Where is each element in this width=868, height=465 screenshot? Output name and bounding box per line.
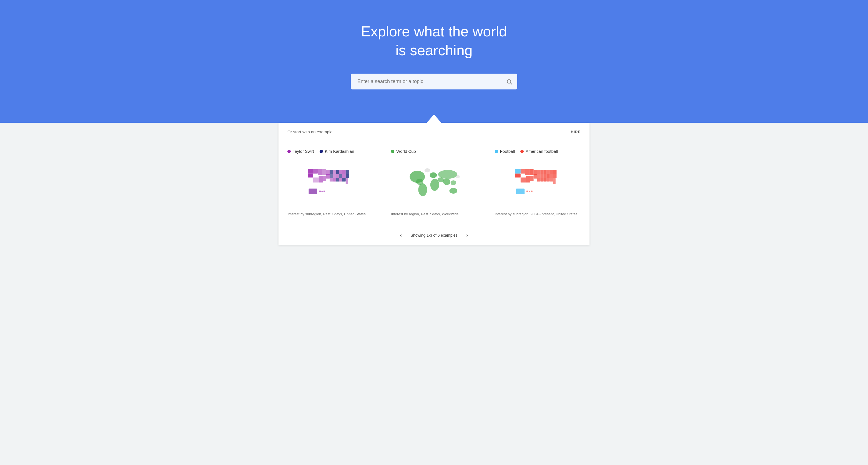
svg-rect-32 (321, 191, 323, 192)
pagination: ‹ Showing 1-3 of 6 examples › (279, 225, 589, 245)
svg-point-41 (443, 179, 451, 185)
svg-rect-28 (342, 178, 346, 182)
dot-navy-icon (319, 150, 323, 153)
svg-rect-52 (537, 170, 541, 174)
svg-rect-70 (544, 178, 547, 182)
svg-rect-64 (544, 174, 547, 178)
svg-rect-3 (313, 169, 318, 174)
card-caption-2: Interest by region, Past 7 days, Worldwi… (391, 212, 476, 216)
pagination-text: Showing 1-3 of 6 examples (411, 233, 458, 237)
svg-rect-60 (530, 176, 534, 181)
dot-green-icon (391, 150, 394, 153)
tag-taylor-swift: Taylor Swift (287, 149, 314, 154)
tag-football: Football (495, 149, 515, 154)
svg-rect-16 (323, 176, 326, 181)
card-tags-1: Taylor Swift Kim Kardashian (287, 149, 373, 154)
svg-rect-55 (547, 170, 550, 174)
svg-rect-54 (544, 170, 547, 174)
example-card-3[interactable]: Football American football (486, 141, 589, 225)
svg-rect-8 (330, 170, 333, 174)
svg-rect-19 (333, 174, 336, 178)
card-caption-3: Interest by subregion, 2004 - present, U… (495, 212, 581, 216)
svg-rect-2 (308, 169, 313, 174)
examples-header: Or start with an example HIDE (279, 123, 589, 141)
svg-rect-10 (336, 170, 339, 174)
hide-button[interactable]: HIDE (571, 130, 581, 134)
search-icon[interactable] (506, 79, 512, 85)
tag-american-football: American football (520, 149, 558, 154)
card-tags-2: World Cup (391, 149, 476, 154)
card-caption-1: Interest by subregion, Past 7 days, Unit… (287, 212, 373, 216)
svg-rect-76 (529, 191, 530, 192)
svg-rect-65 (547, 174, 550, 178)
svg-rect-9 (333, 170, 336, 174)
pagination-next-button[interactable]: › (464, 231, 470, 239)
svg-rect-23 (346, 174, 349, 178)
svg-rect-69 (540, 178, 544, 182)
svg-rect-5 (318, 169, 322, 175)
svg-rect-30 (309, 188, 317, 194)
svg-rect-71 (547, 178, 550, 182)
svg-rect-31 (319, 191, 321, 192)
example-card-2[interactable]: World Cup (382, 141, 486, 225)
svg-rect-61 (534, 174, 537, 179)
search-container (351, 74, 517, 89)
search-input[interactable] (351, 74, 517, 89)
svg-rect-57 (553, 170, 557, 174)
svg-rect-47 (521, 169, 525, 174)
svg-rect-15 (319, 176, 323, 182)
svg-rect-67 (553, 174, 557, 178)
hero-title: Explore what the world is searching (361, 22, 507, 60)
svg-rect-13 (346, 170, 349, 174)
svg-rect-12 (342, 170, 346, 174)
svg-point-44 (425, 168, 430, 172)
svg-rect-63 (540, 174, 544, 178)
svg-rect-59 (526, 176, 530, 182)
svg-line-1 (510, 83, 512, 84)
svg-rect-25 (333, 178, 336, 182)
svg-rect-18 (330, 174, 333, 178)
svg-rect-14 (313, 177, 319, 182)
svg-rect-26 (336, 178, 339, 182)
pagination-prev-button[interactable]: ‹ (398, 231, 404, 239)
dot-purple-icon (287, 150, 291, 153)
svg-rect-46 (515, 169, 521, 174)
svg-rect-48 (515, 174, 521, 177)
tag-world-cup: World Cup (391, 149, 416, 154)
svg-rect-22 (342, 174, 346, 178)
svg-point-36 (418, 183, 427, 196)
svg-rect-53 (540, 170, 544, 174)
svg-rect-68 (537, 178, 541, 182)
svg-rect-20 (336, 174, 339, 178)
map-world-green (391, 159, 476, 206)
svg-rect-24 (330, 178, 333, 182)
main-content: Or start with an example HIDE Taylor Swi… (0, 123, 868, 256)
svg-rect-75 (526, 191, 528, 192)
svg-rect-11 (339, 170, 342, 174)
hero-section: Explore what the world is searching (0, 0, 868, 123)
dot-red-icon (520, 150, 524, 153)
svg-rect-4 (308, 174, 313, 177)
arrow-up-indicator (426, 114, 442, 123)
svg-rect-62 (537, 174, 541, 178)
svg-rect-74 (516, 188, 525, 194)
svg-point-42 (451, 180, 456, 185)
tag-kim-kardashian: Kim Kardashian (319, 149, 354, 154)
svg-rect-6 (322, 169, 326, 175)
svg-rect-58 (521, 177, 526, 182)
svg-rect-49 (525, 169, 529, 175)
svg-rect-66 (550, 174, 553, 178)
examples-header-text: Or start with an example (287, 129, 333, 134)
map-usa-purple (287, 159, 373, 206)
svg-rect-29 (346, 178, 348, 184)
example-card-1[interactable]: Taylor Swift Kim Kardashian (279, 141, 382, 225)
svg-rect-77 (531, 191, 533, 192)
card-tags-3: Football American football (495, 149, 581, 154)
svg-rect-27 (339, 178, 342, 182)
svg-rect-21 (339, 174, 342, 178)
chevron-right-icon: › (466, 232, 468, 238)
chevron-left-icon: ‹ (400, 232, 402, 238)
svg-rect-17 (326, 174, 330, 179)
svg-point-45 (456, 175, 460, 179)
dot-blue-icon (495, 150, 498, 153)
